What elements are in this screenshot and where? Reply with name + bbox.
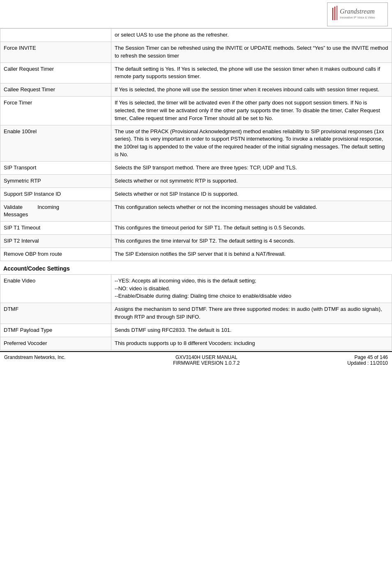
label-cell: Enable 100rel <box>0 125 111 161</box>
table-row: Callee Request Timer If Yes is selected,… <box>0 83 392 97</box>
desc-cell: Selects the SIP transport method. There … <box>111 161 392 174</box>
desc-cell: The SIP Extension notifies the SIP serve… <box>111 248 392 261</box>
logo-svg: Grandstream Innovative IP Voice & Video <box>331 5 384 23</box>
label-cell: Caller Request Timer <box>0 63 111 83</box>
table-row: DTMF Assigns the mechanism to send DTMF.… <box>0 303 392 324</box>
label-cell: Remove OBP from route <box>0 248 111 261</box>
svg-text:Grandstream: Grandstream <box>340 8 375 15</box>
label-cell: Force Timer <box>0 97 111 125</box>
table-row: or select UAS to use the phone as the re… <box>0 29 392 42</box>
label-cell: Validate IncomingMessages <box>0 201 111 222</box>
table-row: Force INVITE The Session Timer can be re… <box>0 42 392 63</box>
label-cell: Enable Video <box>0 274 111 303</box>
page-header: Grandstream Innovative IP Voice & Video <box>0 0 392 28</box>
label-cell: DTMF Payload Type <box>0 324 111 337</box>
desc-cell: This configures the timeout period for S… <box>111 222 392 235</box>
main-table: or select UAS to use the phone as the re… <box>0 28 392 261</box>
table-row: Force Timer If Yes is selected, the time… <box>0 97 392 125</box>
desc-cell: Selects whether or not SIP Instance ID i… <box>111 188 392 201</box>
label-cell <box>0 29 111 42</box>
footer-left: Grandstream Networks, Inc. <box>4 354 65 366</box>
label-cell: SIP T2 Interval <box>0 235 111 248</box>
table-row: SIP T1 Timeout This configures the timeo… <box>0 222 392 235</box>
label-cell: DTMF <box>0 303 111 324</box>
desc-cell: The Session Timer can be refreshed using… <box>111 42 392 63</box>
table-row: DTMF Payload Type Sends DTMF using RFC28… <box>0 324 392 337</box>
page-footer: Grandstream Networks, Inc. GXV3140H USER… <box>0 351 392 368</box>
logo-area: Grandstream Innovative IP Voice & Video <box>327 2 388 26</box>
desc-cell: Selects whether or not symmetric RTP is … <box>111 174 392 188</box>
footer-manual-title: GXV3140H USER MANUAL <box>65 354 347 360</box>
table-row: Symmetric RTP Selects whether or not sym… <box>0 174 392 188</box>
label-cell: Preferred Vocoder <box>0 337 111 350</box>
desc-cell: Assigns the mechanism to send DTMF. Ther… <box>111 303 392 324</box>
codec-table: Enable Video --YES: Accepts all incoming… <box>0 274 392 350</box>
svg-text:Innovative IP Voice & Video: Innovative IP Voice & Video <box>340 16 375 19</box>
desc-cell: This configures the time interval for SI… <box>111 235 392 248</box>
label-cell: Support SIP Instance ID <box>0 188 111 201</box>
section-heading: Account/Codec Settings <box>0 261 392 274</box>
table-row: Remove OBP from route The SIP Extension … <box>0 248 392 261</box>
footer-updated: Updated : 11/2010 <box>347 360 388 366</box>
label-cell: Callee Request Timer <box>0 83 111 97</box>
footer-page: Page 45 of 146 <box>347 354 388 360</box>
label-cell: Force INVITE <box>0 42 111 63</box>
desc-cell: The default setting is Yes. If Yes is se… <box>111 63 392 83</box>
footer-center: GXV3140H USER MANUAL FIRMWARE VERSION 1.… <box>65 354 347 366</box>
table-row: Support SIP Instance ID Selects whether … <box>0 188 392 201</box>
table-row: Caller Request Timer The default setting… <box>0 63 392 83</box>
footer-right: Page 45 of 146 Updated : 11/2010 <box>347 354 388 366</box>
footer-firmware: FIRMWARE VERSION 1.0.7.2 <box>65 360 347 366</box>
desc-cell: or select UAS to use the phone as the re… <box>111 29 392 42</box>
table-row: SIP Transport Selects the SIP transport … <box>0 161 392 174</box>
desc-cell: If Yes is selected, the phone will use t… <box>111 83 392 97</box>
table-row: Enable 100rel The use of the PRACK (Prov… <box>0 125 392 161</box>
desc-cell: If Yes is selected, the timer will be ac… <box>111 97 392 125</box>
logo-box: Grandstream Innovative IP Voice & Video <box>327 2 388 26</box>
table-row: SIP T2 Interval This configures the time… <box>0 235 392 248</box>
label-cell: SIP T1 Timeout <box>0 222 111 235</box>
desc-cell: The use of the PRACK (Provisional Acknow… <box>111 125 392 161</box>
label-cell: Symmetric RTP <box>0 174 111 188</box>
table-row: Enable Video --YES: Accepts all incoming… <box>0 274 392 303</box>
label-cell: SIP Transport <box>0 161 111 174</box>
desc-cell: This configuration selects whether or no… <box>111 201 392 222</box>
table-row: Preferred Vocoder This products supports… <box>0 337 392 350</box>
desc-cell: Sends DTMF using RFC2833. The default is… <box>111 324 392 337</box>
desc-cell: --YES: Accepts all incoming video, this … <box>111 274 392 303</box>
table-row: Validate IncomingMessages This configura… <box>0 201 392 222</box>
desc-cell: This products supports up to 8 different… <box>111 337 392 350</box>
